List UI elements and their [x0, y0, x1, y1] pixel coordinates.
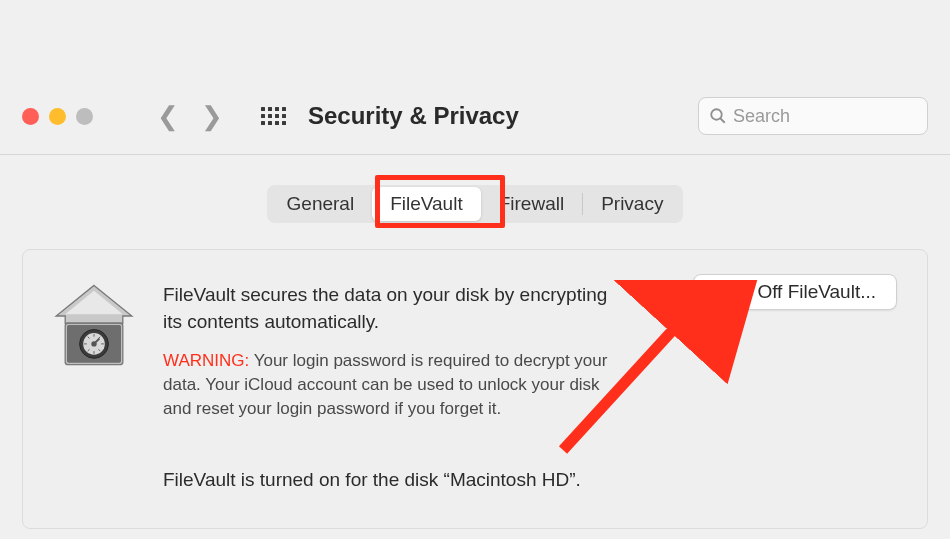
- tab-firewall[interactable]: Firewall: [481, 187, 582, 221]
- close-window-button[interactable]: [22, 108, 39, 125]
- svg-point-0: [711, 109, 722, 120]
- filevault-warning: WARNING: Your login password is required…: [163, 349, 623, 420]
- tab-bar: General FileVault Firewall Privacy: [267, 185, 684, 223]
- page-title: Security & Privacy: [308, 102, 519, 130]
- tab-general[interactable]: General: [269, 187, 373, 221]
- tab-filevault[interactable]: FileVault: [372, 187, 481, 221]
- window-toolbar: ❮ ❯ Security & Privacy: [0, 78, 950, 154]
- turn-off-filevault-button[interactable]: Turn Off FileVault...: [693, 274, 897, 310]
- filevault-description: FileVault secures the data on your disk …: [163, 282, 623, 335]
- filevault-panel: FileVault secures the data on your disk …: [22, 249, 928, 529]
- search-box[interactable]: [698, 97, 928, 135]
- search-icon: [709, 107, 727, 125]
- search-input[interactable]: [733, 106, 917, 127]
- minimize-window-button[interactable]: [49, 108, 66, 125]
- back-button[interactable]: ❮: [157, 101, 179, 132]
- tab-privacy[interactable]: Privacy: [583, 187, 681, 221]
- forward-button[interactable]: ❯: [201, 101, 223, 132]
- zoom-window-button[interactable]: [76, 108, 93, 125]
- svg-line-1: [720, 118, 725, 123]
- filevault-status: FileVault is turned on for the disk “Mac…: [163, 469, 901, 491]
- filevault-icon: [49, 280, 139, 370]
- show-all-prefs-button[interactable]: [261, 107, 286, 125]
- warning-label: WARNING:: [163, 351, 249, 370]
- nav-arrows: ❮ ❯: [157, 101, 223, 132]
- window-controls: [22, 108, 93, 125]
